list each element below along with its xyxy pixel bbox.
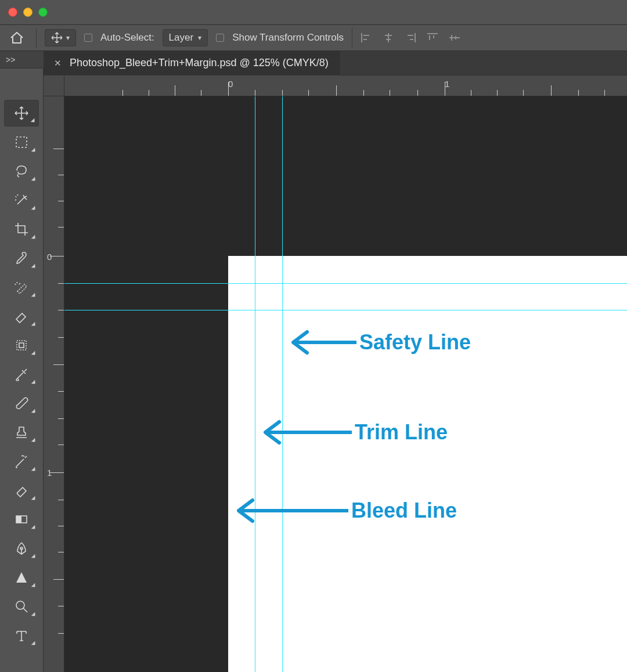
history-brush-tool[interactable] <box>4 361 39 388</box>
marquee-tool[interactable] <box>4 129 39 156</box>
annotation-trim-label: Trim Line <box>355 420 448 445</box>
close-window-button[interactable] <box>8 8 17 17</box>
svg-rect-4 <box>16 516 21 523</box>
align-left-icon[interactable] <box>361 32 372 43</box>
stamp-tool[interactable] <box>4 419 39 446</box>
home-button[interactable] <box>6 28 28 48</box>
window-controls <box>8 8 48 17</box>
mixer-brush-tool[interactable] <box>4 448 39 475</box>
work-area: 0 1 0 1 <box>44 75 627 672</box>
zoom-tool[interactable] <box>4 593 39 620</box>
ruler-v-label-0: 0 <box>47 252 52 262</box>
separator <box>352 28 352 48</box>
chevron-down-icon: ▾ <box>66 34 70 42</box>
arrow-left-icon <box>284 328 359 356</box>
annotation-safety: Safety Line <box>284 328 471 356</box>
shape-tool[interactable] <box>4 564 39 591</box>
move-icon <box>51 32 63 44</box>
guide-safety-horizontal[interactable] <box>64 310 627 310</box>
tool-mode-dropdown[interactable]: ▾ <box>45 29 76 46</box>
auto-select-target-value: Layer <box>169 32 194 44</box>
auto-select-label: Auto-Select: <box>100 32 154 44</box>
ruler-origin-corner[interactable] <box>44 75 64 96</box>
toolbox <box>0 68 44 672</box>
guide-trim-vertical[interactable] <box>255 96 255 672</box>
crop-tool[interactable] <box>4 216 39 243</box>
type-tool[interactable] <box>4 622 39 649</box>
clone-stamp-tool[interactable] <box>4 332 39 359</box>
eraser-tool[interactable] <box>4 303 39 330</box>
auto-select-target-dropdown[interactable]: Layer ▾ <box>163 29 208 46</box>
separator <box>36 28 37 48</box>
svg-rect-2 <box>19 343 24 348</box>
magic-wand-tool[interactable] <box>4 187 39 214</box>
ruler-h-label-1: 1 <box>445 79 449 89</box>
gradient-tool[interactable] <box>4 506 39 533</box>
title-bar <box>0 0 627 24</box>
annotation-safety-label: Safety Line <box>359 330 471 355</box>
maximize-window-button[interactable] <box>38 8 48 17</box>
annotation-bleed-label: Bleed Line <box>351 498 457 523</box>
minimize-window-button[interactable] <box>23 8 33 17</box>
spot-healing-tool[interactable] <box>4 274 39 301</box>
document-tab-strip: ✕ Photoshop_Bleed+Trim+Margin.psd @ 125%… <box>44 51 627 75</box>
document-tab-title: Photoshop_Bleed+Trim+Margin.psd @ 125% (… <box>70 57 329 69</box>
toolbox-collapse-button[interactable]: >> <box>0 51 44 68</box>
close-document-icon[interactable]: ✕ <box>54 58 62 68</box>
ruler-h-label-0: 0 <box>228 79 233 89</box>
svg-point-6 <box>16 601 24 609</box>
document-page <box>228 256 627 672</box>
chevron-down-icon: ▾ <box>198 34 201 42</box>
eyedropper-tool[interactable] <box>4 245 39 272</box>
svg-rect-0 <box>16 137 27 147</box>
arrow-left-icon <box>229 497 351 525</box>
canvas[interactable]: Safety Line Trim Line Bleed Line <box>64 96 627 672</box>
guide-trim-horizontal[interactable] <box>64 283 627 284</box>
annotation-bleed: Bleed Line <box>229 497 457 525</box>
align-middle-icon[interactable] <box>449 32 460 43</box>
align-group <box>361 32 460 43</box>
align-right-icon[interactable] <box>405 32 416 43</box>
show-transform-controls-checkbox[interactable] <box>216 34 224 42</box>
lasso-tool[interactable] <box>4 158 39 185</box>
align-top-icon[interactable] <box>427 32 438 43</box>
options-bar: ▾ Auto-Select: Layer ▾ Show Transform Co… <box>0 24 627 51</box>
vertical-ruler[interactable]: 0 1 <box>44 96 64 672</box>
arrow-left-icon <box>256 418 355 446</box>
guide-safety-vertical[interactable] <box>282 96 283 672</box>
annotation-trim: Trim Line <box>256 418 448 446</box>
align-center-h-icon[interactable] <box>383 32 394 43</box>
collapse-chevron-icon: >> <box>6 55 15 64</box>
auto-select-checkbox[interactable] <box>84 34 92 42</box>
pen-tool[interactable] <box>4 535 39 562</box>
svg-rect-1 <box>17 341 26 350</box>
photoshop-window: ▾ Auto-Select: Layer ▾ Show Transform Co… <box>0 0 627 672</box>
brush-tool[interactable] <box>4 390 39 417</box>
eraser-tool-2[interactable] <box>4 477 39 504</box>
show-transform-controls-label: Show Transform Controls <box>232 32 344 44</box>
move-tool[interactable] <box>4 100 39 127</box>
horizontal-ruler[interactable]: 0 1 <box>64 75 627 96</box>
document-tab[interactable]: ✕ Photoshop_Bleed+Trim+Margin.psd @ 125%… <box>44 51 340 75</box>
home-icon <box>9 31 24 45</box>
